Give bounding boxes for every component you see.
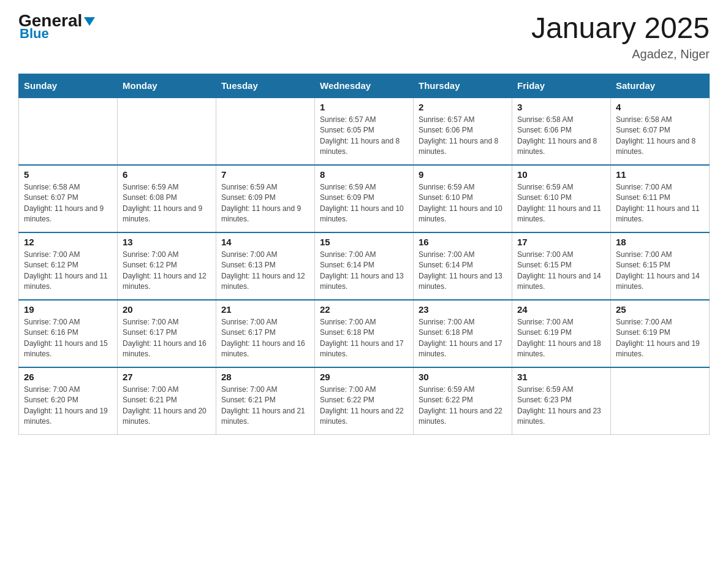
day-info: Sunrise: 7:00 AMSunset: 6:19 PMDaylight:… (616, 317, 704, 360)
day-number: 5 (24, 169, 112, 180)
day-number: 2 (419, 102, 507, 112)
logo-blue: Blue (18, 27, 95, 40)
day-number: 12 (24, 237, 112, 247)
day-cell: 31Sunrise: 6:59 AMSunset: 6:23 PMDayligh… (512, 367, 611, 435)
day-cell: 17Sunrise: 7:00 AMSunset: 6:15 PMDayligh… (512, 232, 611, 300)
day-number: 25 (616, 304, 704, 315)
day-number: 31 (517, 372, 605, 382)
day-info: Sunrise: 7:00 AMSunset: 6:18 PMDaylight:… (320, 317, 408, 360)
day-number: 27 (123, 372, 211, 382)
calendar-table: SundayMondayTuesdayWednesdayThursdayFrid… (18, 74, 710, 435)
day-number: 7 (221, 169, 309, 180)
day-number: 29 (320, 372, 408, 382)
day-info: Sunrise: 7:00 AMSunset: 6:17 PMDaylight:… (123, 317, 211, 360)
day-cell: 15Sunrise: 7:00 AMSunset: 6:14 PMDayligh… (315, 232, 414, 300)
calendar-title: January 2025 (531, 12, 710, 45)
day-cell: 12Sunrise: 7:00 AMSunset: 6:12 PMDayligh… (19, 232, 118, 300)
day-cell (216, 98, 315, 165)
day-info: Sunrise: 6:58 AMSunset: 6:07 PMDaylight:… (24, 182, 112, 225)
day-number: 23 (419, 304, 507, 315)
day-info: Sunrise: 7:00 AMSunset: 6:12 PMDaylight:… (123, 250, 211, 293)
day-number: 6 (123, 169, 211, 180)
day-cell: 5Sunrise: 6:58 AMSunset: 6:07 PMDaylight… (19, 165, 118, 232)
day-info: Sunrise: 6:58 AMSunset: 6:06 PMDaylight:… (517, 115, 605, 158)
title-block: January 2025 Agadez, Niger (531, 12, 710, 61)
logo: General Blue (18, 12, 95, 40)
day-info: Sunrise: 6:57 AMSunset: 6:06 PMDaylight:… (419, 115, 507, 158)
week-row-4: 19Sunrise: 7:00 AMSunset: 6:16 PMDayligh… (19, 300, 710, 367)
day-cell: 22Sunrise: 7:00 AMSunset: 6:18 PMDayligh… (315, 300, 414, 367)
day-info: Sunrise: 7:00 AMSunset: 6:13 PMDaylight:… (221, 250, 309, 293)
week-row-1: 1Sunrise: 6:57 AMSunset: 6:05 PMDaylight… (19, 98, 710, 165)
weekday-header-thursday: Thursday (414, 74, 512, 98)
day-cell: 6Sunrise: 6:59 AMSunset: 6:08 PMDaylight… (118, 165, 216, 232)
day-info: Sunrise: 7:00 AMSunset: 6:19 PMDaylight:… (517, 317, 605, 360)
day-cell: 26Sunrise: 7:00 AMSunset: 6:20 PMDayligh… (19, 367, 118, 435)
day-cell: 11Sunrise: 7:00 AMSunset: 6:11 PMDayligh… (611, 165, 710, 232)
weekday-header-sunday: Sunday (19, 74, 118, 98)
day-number: 21 (221, 304, 309, 315)
day-cell: 8Sunrise: 6:59 AMSunset: 6:09 PMDaylight… (315, 165, 414, 232)
day-cell: 2Sunrise: 6:57 AMSunset: 6:06 PMDaylight… (414, 98, 512, 165)
day-number: 17 (517, 237, 605, 247)
day-number: 9 (419, 169, 507, 180)
day-number: 24 (517, 304, 605, 315)
day-info: Sunrise: 6:59 AMSunset: 6:08 PMDaylight:… (123, 182, 211, 225)
day-cell: 30Sunrise: 6:59 AMSunset: 6:22 PMDayligh… (414, 367, 512, 435)
day-info: Sunrise: 7:00 AMSunset: 6:18 PMDaylight:… (419, 317, 507, 360)
weekday-header-monday: Monday (118, 74, 216, 98)
day-cell: 4Sunrise: 6:58 AMSunset: 6:07 PMDaylight… (611, 98, 710, 165)
day-info: Sunrise: 7:00 AMSunset: 6:15 PMDaylight:… (616, 250, 704, 293)
day-number: 1 (320, 102, 408, 112)
day-info: Sunrise: 7:00 AMSunset: 6:17 PMDaylight:… (221, 317, 309, 360)
weekday-header-row: SundayMondayTuesdayWednesdayThursdayFrid… (19, 74, 710, 98)
day-info: Sunrise: 7:00 AMSunset: 6:21 PMDaylight:… (123, 385, 211, 427)
day-cell (611, 367, 710, 435)
day-cell: 18Sunrise: 7:00 AMSunset: 6:15 PMDayligh… (611, 232, 710, 300)
day-cell: 13Sunrise: 7:00 AMSunset: 6:12 PMDayligh… (118, 232, 216, 300)
day-number: 18 (616, 237, 704, 247)
calendar-subtitle: Agadez, Niger (531, 47, 710, 61)
day-cell: 24Sunrise: 7:00 AMSunset: 6:19 PMDayligh… (512, 300, 611, 367)
day-info: Sunrise: 7:00 AMSunset: 6:14 PMDaylight:… (419, 250, 507, 293)
day-info: Sunrise: 7:00 AMSunset: 6:20 PMDaylight:… (24, 385, 112, 427)
day-info: Sunrise: 6:57 AMSunset: 6:05 PMDaylight:… (320, 115, 408, 158)
day-number: 13 (123, 237, 211, 247)
day-info: Sunrise: 6:59 AMSunset: 6:22 PMDaylight:… (419, 385, 507, 427)
week-row-3: 12Sunrise: 7:00 AMSunset: 6:12 PMDayligh… (19, 232, 710, 300)
day-info: Sunrise: 7:00 AMSunset: 6:11 PMDaylight:… (616, 182, 704, 225)
day-cell: 28Sunrise: 7:00 AMSunset: 6:21 PMDayligh… (216, 367, 315, 435)
day-cell: 1Sunrise: 6:57 AMSunset: 6:05 PMDaylight… (315, 98, 414, 165)
day-number: 16 (419, 237, 507, 247)
day-cell: 9Sunrise: 6:59 AMSunset: 6:10 PMDaylight… (414, 165, 512, 232)
weekday-header-wednesday: Wednesday (315, 74, 414, 98)
day-number: 10 (517, 169, 605, 180)
day-cell: 19Sunrise: 7:00 AMSunset: 6:16 PMDayligh… (19, 300, 118, 367)
day-info: Sunrise: 6:59 AMSunset: 6:10 PMDaylight:… (517, 182, 605, 225)
week-row-5: 26Sunrise: 7:00 AMSunset: 6:20 PMDayligh… (19, 367, 710, 435)
weekday-header-friday: Friday (512, 74, 611, 98)
day-number: 15 (320, 237, 408, 247)
page-header: General Blue January 2025 Agadez, Niger (18, 12, 710, 61)
day-info: Sunrise: 6:59 AMSunset: 6:23 PMDaylight:… (517, 385, 605, 427)
day-cell: 16Sunrise: 7:00 AMSunset: 6:14 PMDayligh… (414, 232, 512, 300)
day-info: Sunrise: 7:00 AMSunset: 6:14 PMDaylight:… (320, 250, 408, 293)
day-cell: 27Sunrise: 7:00 AMSunset: 6:21 PMDayligh… (118, 367, 216, 435)
day-cell: 7Sunrise: 6:59 AMSunset: 6:09 PMDaylight… (216, 165, 315, 232)
day-cell: 20Sunrise: 7:00 AMSunset: 6:17 PMDayligh… (118, 300, 216, 367)
day-cell: 10Sunrise: 6:59 AMSunset: 6:10 PMDayligh… (512, 165, 611, 232)
weekday-header-saturday: Saturday (611, 74, 710, 98)
day-cell: 29Sunrise: 7:00 AMSunset: 6:22 PMDayligh… (315, 367, 414, 435)
day-number: 28 (221, 372, 309, 382)
week-row-2: 5Sunrise: 6:58 AMSunset: 6:07 PMDaylight… (19, 165, 710, 232)
day-number: 14 (221, 237, 309, 247)
day-number: 8 (320, 169, 408, 180)
day-info: Sunrise: 6:59 AMSunset: 6:10 PMDaylight:… (419, 182, 507, 225)
day-number: 4 (616, 102, 704, 112)
day-cell: 25Sunrise: 7:00 AMSunset: 6:19 PMDayligh… (611, 300, 710, 367)
day-info: Sunrise: 6:59 AMSunset: 6:09 PMDaylight:… (221, 182, 309, 225)
day-info: Sunrise: 6:58 AMSunset: 6:07 PMDaylight:… (616, 115, 704, 158)
day-number: 30 (419, 372, 507, 382)
weekday-header-tuesday: Tuesday (216, 74, 315, 98)
day-number: 3 (517, 102, 605, 112)
